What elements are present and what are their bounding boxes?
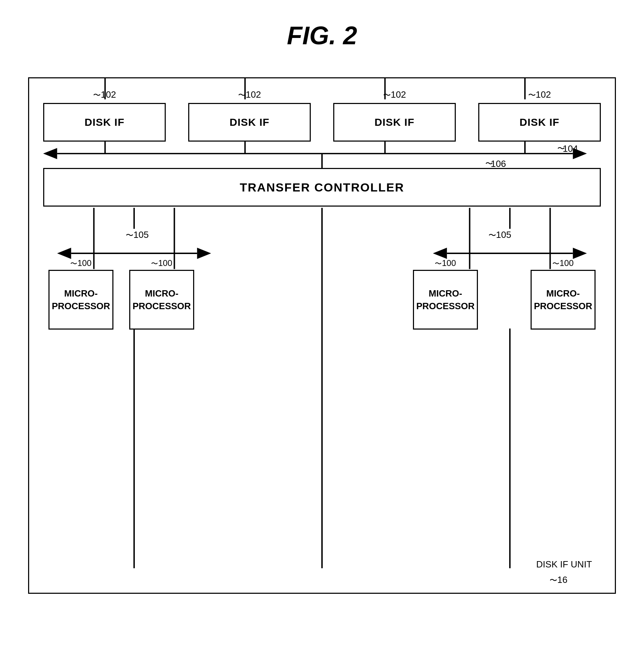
diagram-svg [29, 78, 615, 593]
svg-marker-8 [43, 148, 57, 159]
ref-100-left-2: 〜100 [151, 258, 172, 268]
ref-102-2: 〜102 [238, 89, 261, 100]
mp-label-right-2: MICRO-PROCESSOR [534, 287, 592, 313]
ref-102-1: 〜102 [93, 89, 116, 100]
svg-marker-14 [57, 248, 71, 259]
disk-if-unit-label: DISK IF UNIT [536, 559, 592, 570]
main-diagram-box: 104 〜 106 〜 〜102 DISK IF 〜102 DISK IF 〜1… [28, 77, 616, 594]
disk-if-label-4: DISK IF [519, 116, 559, 128]
disk-if-row: 〜102 DISK IF 〜102 DISK IF 〜102 DISK IF 〜… [43, 99, 601, 145]
ref-100-right-2: 〜100 [552, 258, 573, 268]
svg-marker-18 [573, 248, 587, 259]
ref-105-left: 〜105 [126, 229, 149, 241]
disk-if-label-2: DISK IF [230, 116, 270, 128]
mp-label-left-1: MICRO-PROCESSOR [52, 287, 110, 313]
ref-105-right: 〜105 [488, 229, 511, 241]
svg-marker-15 [197, 248, 211, 259]
ref-16: 〜16 [550, 574, 567, 586]
mp-box-left-1: 〜100 MICRO-PROCESSOR [48, 270, 113, 330]
mp-label-right-1: MICRO-PROCESSOR [416, 287, 474, 313]
ref-102-3: 〜102 [383, 89, 406, 100]
disk-if-box-2: 〜102 DISK IF [188, 103, 311, 142]
disk-if-box-1: 〜102 DISK IF [43, 103, 166, 142]
ref-100-left-1: 〜100 [70, 258, 91, 268]
page-title: FIG. 2 [0, 21, 644, 50]
transfer-controller-label: TRANSFER CONTROLLER [240, 181, 405, 194]
disk-if-box-3: 〜102 DISK IF [333, 103, 456, 142]
mp-box-right-2: 〜100 MICRO-PROCESSOR [531, 270, 596, 330]
ref-100-right-1: 〜100 [435, 258, 456, 268]
disk-if-box-4: 〜102 DISK IF [478, 103, 601, 142]
mp-box-right-1: 〜100 MICRO-PROCESSOR [413, 270, 478, 330]
ref-106-squiggle: 〜 [485, 158, 493, 169]
disk-if-label-3: DISK IF [375, 116, 415, 128]
svg-marker-17 [433, 248, 447, 259]
disk-if-label-1: DISK IF [85, 116, 125, 128]
mp-box-left-2: 〜100 MICRO-PROCESSOR [129, 270, 194, 330]
ref-102-4: 〜102 [528, 89, 551, 100]
transfer-controller-box: TRANSFER CONTROLLER [43, 168, 601, 207]
mp-label-left-2: MICRO-PROCESSOR [132, 287, 191, 313]
